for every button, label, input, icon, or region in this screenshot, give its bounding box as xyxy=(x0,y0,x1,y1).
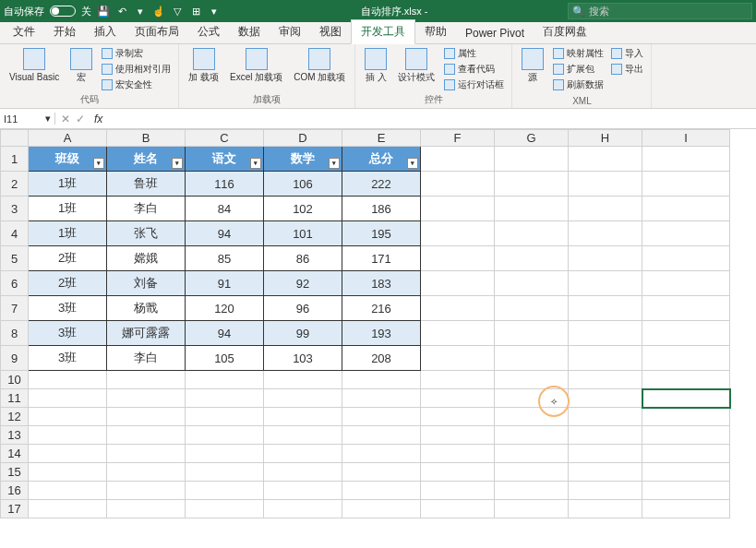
cell-H3[interactable] xyxy=(569,197,642,221)
cell-I8[interactable] xyxy=(642,321,730,346)
col-head-H[interactable]: H xyxy=(569,130,642,147)
redo-dropdown-icon[interactable]: ▾ xyxy=(134,5,147,18)
cell-D12[interactable] xyxy=(264,408,342,426)
cell-A8[interactable]: 3班 xyxy=(29,321,107,346)
cell-B2[interactable]: 鲁班 xyxy=(107,172,186,197)
cell-H9[interactable] xyxy=(569,346,642,371)
cell-B5[interactable]: 嫦娥 xyxy=(107,246,186,271)
cell-E5[interactable]: 171 xyxy=(342,246,421,271)
cell-F3[interactable] xyxy=(421,197,495,221)
cell-D5[interactable]: 86 xyxy=(264,246,342,271)
row-head-15[interactable]: 15 xyxy=(1,463,29,482)
cell-H4[interactable] xyxy=(569,221,642,246)
cell-D4[interactable]: 101 xyxy=(264,221,342,246)
cell-C11[interactable] xyxy=(186,389,264,408)
cell-I10[interactable] xyxy=(642,371,730,389)
row-head-14[interactable]: 14 xyxy=(1,445,29,463)
cell-G9[interactable] xyxy=(495,346,569,371)
cell-A11[interactable] xyxy=(29,389,107,408)
row-head-7[interactable]: 7 xyxy=(1,296,29,321)
ribbon-tab-11[interactable]: 百度网盘 xyxy=(534,20,596,43)
row-head-1[interactable]: 1 xyxy=(1,147,29,172)
ribbon-tab-2[interactable]: 插入 xyxy=(85,20,126,43)
macros-button[interactable]: 宏 xyxy=(66,46,96,84)
cell-A15[interactable] xyxy=(29,463,107,482)
cell-B8[interactable]: 娜可露露 xyxy=(107,321,186,346)
cell-F15[interactable] xyxy=(421,463,495,482)
cell-B4[interactable]: 张飞 xyxy=(107,221,186,246)
expansion-button[interactable]: 扩展包 xyxy=(551,62,606,77)
cancel-icon[interactable]: ✕ xyxy=(61,113,70,125)
cell-E8[interactable]: 193 xyxy=(342,321,421,346)
design-mode-button[interactable]: 设计模式 xyxy=(394,46,438,84)
cell-H13[interactable] xyxy=(569,426,642,445)
cell-I9[interactable] xyxy=(642,346,730,371)
cell-A14[interactable] xyxy=(29,445,107,463)
col-head-E[interactable]: E xyxy=(342,130,421,147)
cell-F13[interactable] xyxy=(421,426,495,445)
cell-A1[interactable]: 班级▾ xyxy=(29,147,107,172)
cell-G6[interactable] xyxy=(495,271,569,296)
cell-C7[interactable]: 120 xyxy=(186,296,264,321)
select-all-corner[interactable] xyxy=(1,130,29,147)
name-box[interactable]: I11 ▾ xyxy=(0,113,55,125)
cell-C9[interactable]: 105 xyxy=(186,346,264,371)
cell-D1[interactable]: 数学▾ xyxy=(264,147,342,172)
filter-dropdown-icon[interactable]: ▾ xyxy=(93,158,104,169)
col-head-I[interactable]: I xyxy=(642,130,730,147)
cell-G14[interactable] xyxy=(495,445,569,463)
cell-D16[interactable] xyxy=(264,482,342,500)
cell-C13[interactable] xyxy=(186,426,264,445)
cell-E16[interactable] xyxy=(342,482,421,500)
cell-D8[interactable]: 99 xyxy=(264,321,342,346)
cell-A4[interactable]: 1班 xyxy=(29,221,107,246)
cell-F17[interactable] xyxy=(421,500,495,518)
cell-B7[interactable]: 杨戬 xyxy=(107,296,186,321)
cell-I11[interactable] xyxy=(642,389,730,408)
cell-A12[interactable] xyxy=(29,408,107,426)
border-icon[interactable]: ⊞ xyxy=(189,5,202,18)
cell-G5[interactable] xyxy=(495,246,569,271)
cell-I7[interactable] xyxy=(642,296,730,321)
cell-F14[interactable] xyxy=(421,445,495,463)
col-head-G[interactable]: G xyxy=(495,130,569,147)
cell-C6[interactable]: 91 xyxy=(186,271,264,296)
cell-H14[interactable] xyxy=(569,445,642,463)
filter-dropdown-icon[interactable]: ▾ xyxy=(407,158,418,169)
cell-F8[interactable] xyxy=(421,321,495,346)
insert-control-button[interactable]: 插 入 xyxy=(361,46,390,84)
row-head-2[interactable]: 2 xyxy=(1,172,29,197)
cell-H11[interactable] xyxy=(569,389,642,408)
cell-G4[interactable] xyxy=(495,221,569,246)
cell-H6[interactable] xyxy=(569,271,642,296)
cell-E7[interactable]: 216 xyxy=(342,296,421,321)
cell-G1[interactable] xyxy=(495,147,569,172)
cell-A13[interactable] xyxy=(29,426,107,445)
cell-I3[interactable] xyxy=(642,197,730,221)
cell-F7[interactable] xyxy=(421,296,495,321)
cell-A16[interactable] xyxy=(29,482,107,500)
cell-F12[interactable] xyxy=(421,408,495,426)
ribbon-tab-5[interactable]: 数据 xyxy=(229,20,270,43)
properties-button[interactable]: 属性 xyxy=(442,46,506,61)
cell-D9[interactable]: 103 xyxy=(264,346,342,371)
refresh-data-button[interactable]: 刷新数据 xyxy=(551,77,606,92)
cell-D10[interactable] xyxy=(264,371,342,389)
cell-B13[interactable] xyxy=(107,426,186,445)
cell-A10[interactable] xyxy=(29,371,107,389)
ribbon-tab-6[interactable]: 审阅 xyxy=(270,20,310,43)
cell-G7[interactable] xyxy=(495,296,569,321)
cell-F6[interactable] xyxy=(421,271,495,296)
cell-D11[interactable] xyxy=(264,389,342,408)
cell-A7[interactable]: 3班 xyxy=(29,296,107,321)
cell-C2[interactable]: 116 xyxy=(186,172,264,197)
cell-C17[interactable] xyxy=(186,500,264,518)
ribbon-tab-3[interactable]: 页面布局 xyxy=(126,20,188,43)
cell-F1[interactable] xyxy=(421,147,495,172)
cell-G2[interactable] xyxy=(495,172,569,197)
com-addins-button[interactable]: COM 加载项 xyxy=(290,46,349,84)
cell-I15[interactable] xyxy=(642,463,730,482)
cell-F11[interactable] xyxy=(421,389,495,408)
undo-icon[interactable]: ↶ xyxy=(115,5,128,18)
cell-B17[interactable] xyxy=(107,500,186,518)
